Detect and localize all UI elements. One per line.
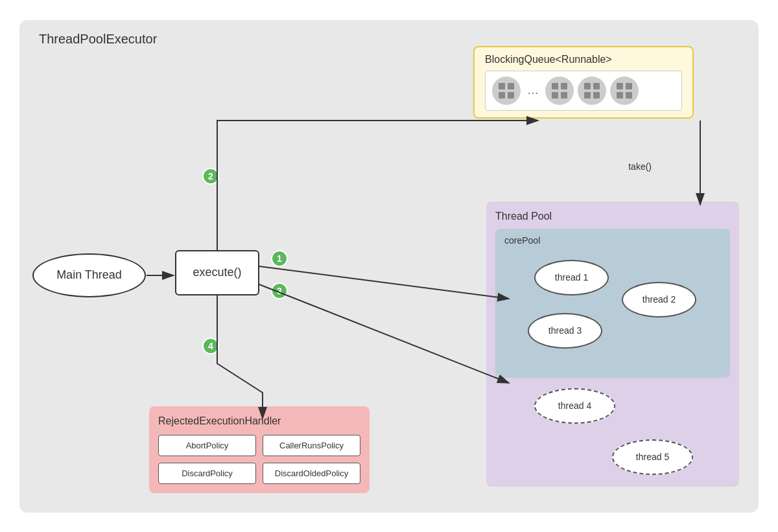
outer-title: ThreadPoolExecutor	[39, 32, 157, 47]
thread-3-label: thread 3	[548, 325, 582, 336]
svg-rect-2	[499, 92, 505, 98]
svg-rect-3	[508, 92, 514, 98]
svg-rect-10	[584, 92, 591, 98]
rejected-grid: AbortPolicy CallerRunsPolicy DiscardPoli…	[158, 435, 360, 484]
svg-rect-4	[552, 83, 558, 89]
svg-rect-1	[508, 83, 514, 89]
thread-5-label: thread 5	[636, 452, 669, 462]
svg-rect-8	[584, 83, 591, 89]
svg-rect-11	[593, 92, 600, 98]
arrow-execute-corepool	[259, 266, 509, 299]
arrow-execute-thread4	[259, 284, 509, 383]
thread-4-ellipse: thread 4	[534, 388, 615, 424]
main-thread-label: Main Thread	[56, 268, 122, 282]
thread-2-ellipse: thread 2	[622, 282, 696, 318]
queue-item-2	[545, 76, 574, 105]
svg-rect-6	[552, 92, 558, 98]
thread-pool-title: Thread Pool	[495, 211, 730, 222]
badge-3: 3	[271, 283, 288, 299]
svg-rect-9	[593, 83, 600, 89]
svg-rect-14	[617, 92, 623, 98]
queue-item-3	[578, 76, 606, 105]
badge-1: 1	[271, 250, 288, 267]
rejected-title: RejectedExecutionHandler	[158, 415, 360, 427]
svg-rect-5	[561, 83, 567, 89]
queue-dots: …	[525, 84, 541, 97]
thread-4-label: thread 4	[558, 400, 591, 411]
take-label: take()	[628, 161, 652, 172]
queue-item-4	[610, 76, 639, 105]
thread-1-ellipse: thread 1	[534, 260, 609, 295]
badge-4: 4	[202, 338, 219, 354]
rejected-item-abort: AbortPolicy	[158, 435, 256, 456]
svg-rect-13	[626, 83, 632, 89]
execute-label: execute()	[193, 266, 241, 279]
thread-3-ellipse: thread 3	[528, 313, 602, 349]
svg-rect-12	[617, 83, 623, 89]
blocking-queue-box: BlockingQueue<Runnable> …	[473, 46, 694, 119]
arrow-execute-rejected	[217, 295, 263, 419]
queue-items: …	[485, 71, 682, 111]
svg-rect-7	[561, 92, 567, 98]
svg-rect-0	[499, 83, 505, 89]
thread-2-label: thread 2	[642, 294, 676, 305]
execute-box: execute()	[175, 250, 259, 295]
rejected-item-discard: DiscardPolicy	[158, 463, 256, 484]
blocking-queue-title: BlockingQueue<Runnable>	[485, 54, 682, 65]
queue-item-1	[492, 76, 521, 105]
rejected-box: RejectedExecutionHandler AbortPolicy Cal…	[149, 406, 370, 493]
svg-rect-15	[626, 92, 632, 98]
core-pool-title: corePool	[504, 235, 721, 246]
thread-5-ellipse: thread 5	[612, 439, 693, 475]
thread-pool-box: Thread Pool corePool thread 1 thread 2 t…	[486, 202, 739, 487]
thread-1-label: thread 1	[555, 272, 588, 283]
rejected-item-caller: CallerRunsPolicy	[263, 435, 360, 456]
core-pool-box: corePool thread 1 thread 2 thread 3	[495, 229, 730, 378]
main-thread-ellipse: Main Thread	[32, 253, 146, 297]
outer-container: ThreadPoolExecutor Main Thread execute()…	[19, 20, 759, 513]
badge-2: 2	[202, 168, 219, 185]
rejected-item-discard-old: DiscardOldedPolicy	[263, 463, 360, 484]
